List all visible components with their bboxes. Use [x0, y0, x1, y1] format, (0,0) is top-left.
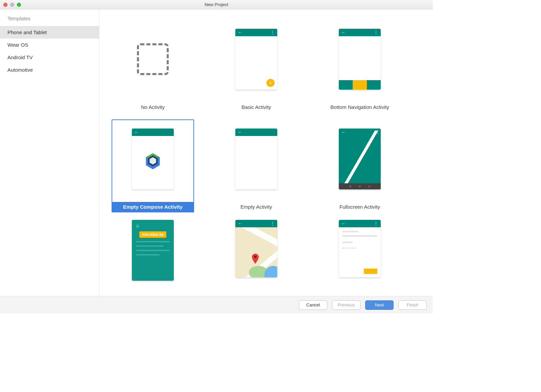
overflow-icon	[374, 30, 378, 35]
titlebar: New Project	[0, 0, 433, 9]
template-preview	[319, 220, 401, 277]
dashed-placeholder-icon	[137, 43, 169, 75]
back-arrow-icon	[135, 130, 139, 135]
sidebar-item-phone-tablet[interactable]: Phone and Tablet	[0, 26, 99, 39]
back-arrow-icon	[238, 221, 242, 226]
template-label: Bottom Navigation Activity	[319, 102, 400, 112]
sidebar-item-label: Automotive	[7, 67, 33, 73]
template-label: Basic Activity	[216, 102, 297, 112]
sidebar-item-wear-os[interactable]: Wear OS	[0, 39, 99, 51]
dot-icon	[136, 225, 139, 228]
button-label: Previous	[338, 302, 355, 307]
interstitial-ad-badge: Interstitial Ad	[139, 231, 166, 238]
window-title: New Project	[0, 2, 433, 7]
map-pin-icon	[252, 254, 259, 265]
footer: Cancel Previous Next Finish	[0, 296, 433, 314]
sidebar-item-automotive[interactable]: Automotive	[0, 64, 99, 76]
template-label: Empty Activity	[216, 202, 297, 212]
template-bottom-nav-activity[interactable]: Bottom Navigation Activity	[319, 20, 401, 113]
fab-icon: +	[266, 79, 275, 87]
cancel-button[interactable]: Cancel	[299, 300, 327, 310]
template-preview	[112, 20, 194, 98]
next-button[interactable]: Next	[365, 300, 394, 310]
template-no-activity[interactable]: No Activity	[112, 20, 194, 113]
template-ad-activity[interactable]: Interstitial Ad	[112, 219, 194, 278]
back-arrow-icon	[238, 30, 242, 35]
sidebar-header: Templates	[0, 9, 99, 26]
sidebar-item-android-tv[interactable]: Android TV	[0, 51, 99, 64]
svg-point-4	[254, 256, 257, 258]
template-grid-container: No Activity + Basic Activity	[99, 9, 433, 296]
overflow-icon	[270, 221, 275, 226]
button-label: Finish	[407, 302, 419, 307]
template-preview: Interstitial Ad	[112, 220, 194, 277]
sidebar: Templates Phone and Tablet Wear OS Andro…	[0, 9, 99, 296]
template-preview	[319, 20, 401, 98]
template-map-activity[interactable]	[215, 219, 298, 278]
template-label: Fullscreen Activity	[319, 202, 400, 212]
template-preview	[319, 120, 401, 198]
android-nav-bar-icon	[339, 183, 381, 189]
action-chip-icon	[364, 269, 377, 274]
template-preview	[215, 120, 298, 198]
template-preview	[112, 120, 194, 198]
finish-button[interactable]: Finish	[398, 300, 427, 310]
template-basic-activity[interactable]: + Basic Activity	[215, 20, 298, 113]
template-label: No Activity	[112, 102, 193, 112]
compose-logo-icon	[144, 152, 162, 170]
overflow-icon	[270, 30, 275, 35]
bottom-nav-icon	[339, 80, 381, 90]
template-empty-activity[interactable]: Empty Activity	[215, 119, 298, 212]
sidebar-item-label: Wear OS	[7, 42, 28, 48]
button-label: Cancel	[306, 302, 320, 307]
template-empty-compose-activity[interactable]: Empty Compose Activity	[112, 119, 194, 212]
button-label: Next	[375, 302, 384, 307]
template-fullscreen-activity[interactable]: Fullscreen Activity	[319, 119, 401, 212]
template-preview: +	[215, 20, 298, 98]
template-label: Empty Compose Activity	[112, 202, 193, 212]
sidebar-item-label: Android TV	[7, 54, 33, 60]
overflow-icon	[374, 221, 378, 226]
back-arrow-icon	[238, 130, 242, 135]
back-arrow-icon	[342, 30, 346, 35]
back-arrow-icon	[342, 221, 346, 226]
previous-button[interactable]: Previous	[332, 300, 360, 310]
template-preview	[215, 220, 298, 277]
template-list-activity[interactable]	[319, 219, 401, 278]
map-preview-icon	[235, 227, 277, 277]
sidebar-item-label: Phone and Tablet	[7, 29, 47, 35]
